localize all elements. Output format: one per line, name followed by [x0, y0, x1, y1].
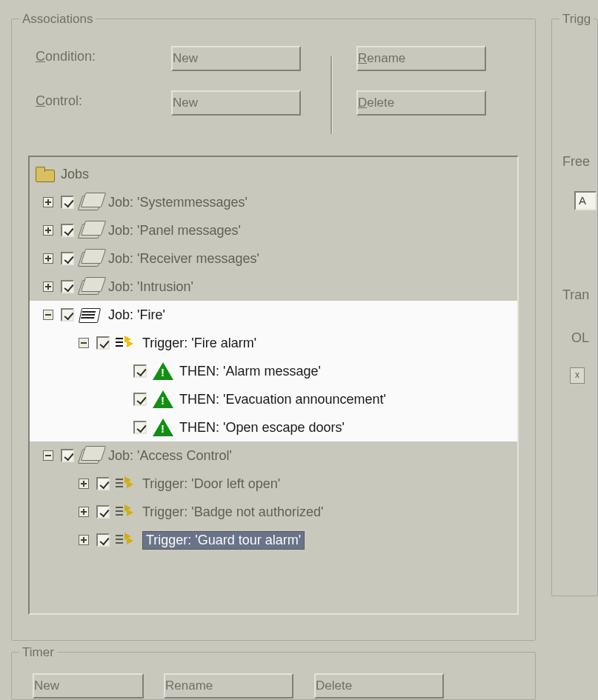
jobs-tree[interactable]: Jobs Job: 'Systemmessages' Job: 'Panel m… [28, 156, 519, 615]
checkbox[interactable] [133, 421, 147, 434]
tree-job[interactable]: Job: 'Systemmessages' [30, 188, 517, 216]
tree-label: Job: 'Intrusion' [108, 279, 193, 295]
job-icon [80, 221, 102, 240]
tree-job-access[interactable]: Job: 'Access Control' [30, 441, 517, 470]
rename-button[interactable]: Rename [356, 46, 486, 71]
collapse-icon[interactable] [43, 450, 53, 461]
timer-legend: Timer [19, 645, 57, 660]
then-icon [153, 419, 173, 436]
checkbox[interactable] [61, 280, 74, 293]
tree-job-fire[interactable]: Job: 'Fire' [30, 301, 517, 329]
checkbox[interactable] [61, 308, 74, 321]
tree-label: Job: 'Receiver messages' [108, 251, 259, 267]
tree-job[interactable]: Job: 'Intrusion' [30, 273, 517, 301]
trigger-icon [116, 476, 136, 491]
trigger-icon [116, 336, 136, 350]
tree-label: THEN: 'Open escape doors' [179, 420, 345, 436]
checkbox[interactable] [96, 477, 110, 490]
checkbox[interactable] [61, 252, 74, 265]
tree-label: Trigger: 'Door left open' [142, 476, 280, 492]
expand-icon[interactable] [79, 479, 89, 489]
button-divider [330, 56, 333, 134]
side-field-a[interactable]: A [574, 191, 597, 210]
job-icon [80, 249, 102, 268]
tree-label: Job: 'Fire' [108, 307, 165, 323]
tree-label: Trigger: 'Badge not authorized' [142, 504, 323, 520]
control-new-button[interactable]: New [171, 90, 301, 116]
expand-icon[interactable] [79, 535, 89, 545]
checkbox[interactable] [61, 449, 74, 462]
tree-then[interactable]: THEN: 'Alarm message' [30, 357, 517, 385]
timer-delete-button[interactable]: Delete [314, 673, 444, 699]
checkbox[interactable] [96, 533, 110, 547]
expand-icon[interactable] [43, 281, 53, 292]
tree-then[interactable]: THEN: 'Open escape doors' [30, 413, 517, 441]
associations-legend: Associations [19, 12, 96, 27]
collapse-icon[interactable] [43, 310, 53, 320]
checkbox[interactable] [133, 393, 147, 406]
folder-icon [36, 167, 55, 181]
tree-label: Job: 'Access Control' [108, 448, 232, 464]
job-icon [80, 305, 102, 324]
tree-label: Trigger: 'Fire alarm' [142, 336, 256, 351]
control-label: Control: [36, 93, 165, 109]
tree-label: Job: 'Systemmessages' [108, 195, 247, 210]
tree-trigger-fire[interactable]: Trigger: 'Fire alarm' [30, 329, 517, 357]
trans-label: Tran [562, 287, 589, 303]
timer-group: Timer New Rename Delete [11, 652, 536, 700]
expand-icon[interactable] [43, 197, 53, 207]
job-icon [80, 277, 102, 296]
delete-button[interactable]: Delete [356, 90, 486, 116]
associations-group: Associations Condition: Control: New New… [11, 19, 536, 641]
side-x-button[interactable]: x [570, 367, 585, 384]
expand-icon[interactable] [79, 507, 89, 517]
timer-rename-button[interactable]: Rename [164, 673, 293, 699]
checkbox[interactable] [61, 224, 74, 237]
job-icon [80, 446, 102, 465]
timer-new-button[interactable]: New [33, 673, 144, 699]
condition-new-button[interactable]: New [171, 46, 301, 71]
tree-label: THEN: 'Evacuation announcement' [179, 392, 386, 407]
job-icon [80, 193, 102, 212]
then-icon [153, 390, 173, 408]
trigg-group: Trigg Free A Tran OL x [551, 19, 598, 596]
tree-then[interactable]: THEN: 'Evacuation announcement' [30, 385, 517, 413]
checkbox[interactable] [96, 505, 110, 519]
trigger-icon [116, 504, 136, 519]
free-label: Free [562, 154, 590, 170]
collapse-icon[interactable] [79, 338, 89, 348]
checkbox[interactable] [61, 196, 74, 209]
then-icon [153, 362, 173, 380]
checkbox[interactable] [96, 336, 110, 350]
tree-label-selected: Trigger: 'Guard tour alarm' [142, 531, 305, 550]
expand-icon[interactable] [43, 225, 53, 236]
expand-icon[interactable] [43, 253, 53, 264]
condition-label: Condition: [36, 49, 165, 64]
tree-job[interactable]: Job: 'Receiver messages' [30, 244, 517, 273]
tree-trigger[interactable]: Trigger: 'Door left open' [30, 470, 517, 498]
tree-trigger-selected[interactable]: Trigger: 'Guard tour alarm' [30, 526, 517, 554]
tree-root-label: Jobs [61, 167, 89, 182]
tree-label: THEN: 'Alarm message' [179, 364, 321, 379]
trigger-icon [116, 533, 136, 547]
checkbox[interactable] [133, 364, 147, 378]
ol-label: OL [571, 330, 589, 346]
trigg-legend: Trigg [559, 12, 594, 27]
tree-trigger[interactable]: Trigger: 'Badge not authorized' [30, 498, 517, 526]
tree-job[interactable]: Job: 'Panel messages' [30, 216, 517, 244]
tree-root[interactable]: Jobs [30, 160, 517, 188]
tree-label: Job: 'Panel messages' [108, 223, 241, 239]
